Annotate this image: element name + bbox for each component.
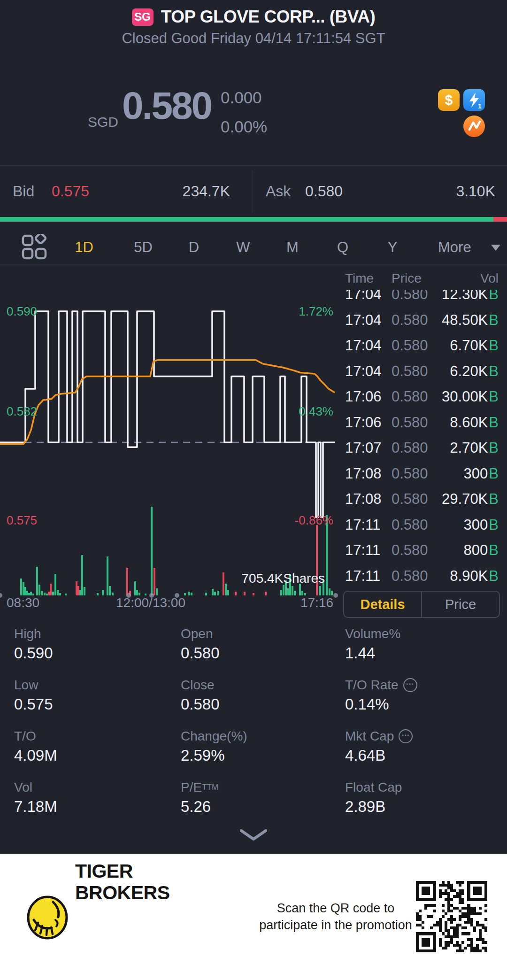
chart-type-icon[interactable] — [21, 234, 47, 260]
volume-bar — [253, 593, 254, 595]
time-sales-list: 17:040.58012.30KB17:040.58048.50KB17:040… — [339, 265, 507, 594]
intraday-chart[interactable]: 0.5901.72%0.5820.43%0.575-0.86%08:3012:0… — [0, 265, 338, 613]
tape-row: 17:060.5808.60KB — [339, 414, 507, 431]
tab-5d[interactable]: 5D — [134, 239, 153, 256]
volume-bar — [46, 594, 48, 595]
axis-marker-dot — [333, 593, 338, 598]
volume-bar — [136, 590, 138, 595]
bid-size: 234.7K — [141, 183, 230, 200]
header: SG TOP GLOVE CORP... (BVA) — [0, 7, 507, 27]
tape-row: 17:110.580300B — [339, 517, 507, 533]
bid-price: 0.575 — [52, 183, 89, 200]
stat-open: Open0.580 — [181, 625, 345, 677]
stat-value: 0.575 — [14, 695, 181, 713]
tab-w[interactable]: W — [236, 239, 250, 256]
trade-side: B — [489, 517, 499, 533]
trade-time: 17:04 — [345, 363, 382, 380]
shares-tooltip: 705.4KShares — [221, 571, 325, 586]
volume-bar — [292, 586, 293, 595]
dollar-badge-icon[interactable]: $ — [438, 89, 460, 111]
stat-label: T/O Rate — [345, 677, 493, 694]
trade-price: 0.580 — [392, 491, 428, 508]
trade-time: 17:08 — [345, 491, 382, 508]
volume-bar — [26, 591, 28, 595]
stat-value: 0.580 — [181, 644, 345, 662]
tab-q[interactable]: Q — [337, 239, 348, 256]
details-button[interactable]: Details — [344, 592, 421, 617]
stat-mkt-cap: Mkt Cap4.64B — [345, 728, 493, 779]
stat-value: 2.59% — [181, 747, 345, 764]
stat-value: 2.89B — [345, 798, 493, 816]
trade-side: B — [489, 542, 499, 559]
stat-value: 4.09M — [14, 747, 181, 764]
trade-price: 0.580 — [392, 312, 428, 329]
y-axis-percent-label: 0.43% — [299, 404, 333, 418]
trade-side: B — [489, 312, 499, 329]
chevron-down-icon[interactable] — [491, 245, 500, 251]
tape-toggle: Details Price — [343, 591, 500, 618]
tab-y[interactable]: Y — [388, 239, 398, 256]
y-axis-percent-label: -0.86% — [295, 513, 333, 527]
volume-bar — [265, 592, 267, 595]
volume-bar — [319, 586, 321, 595]
info-icon[interactable] — [403, 678, 417, 692]
promo-caption-line1: Scan the QR code to — [256, 900, 415, 917]
stat-label: Float Cap — [345, 779, 493, 796]
volume-bar — [20, 579, 22, 595]
volume-bar — [81, 555, 83, 595]
price-change: 0.000 — [221, 88, 262, 107]
y-axis-price-label: 0.575 — [7, 513, 37, 527]
volume-bar — [112, 593, 114, 595]
trade-price: 0.580 — [392, 363, 428, 380]
tab-m[interactable]: M — [286, 239, 299, 256]
price-line — [0, 311, 335, 517]
trade-vol: 6.20KB — [450, 363, 499, 380]
brand-line2: BROKERS — [75, 882, 170, 903]
promo-badge-icon[interactable] — [463, 116, 485, 137]
volume-bar — [301, 591, 303, 595]
info-icon[interactable] — [399, 729, 413, 743]
price-button[interactable]: Price — [422, 592, 499, 617]
trade-side: B — [489, 465, 499, 482]
stat-t-o-rate: T/O Rate0.14% — [345, 677, 493, 728]
flash-order-icon[interactable]: 1 — [463, 89, 485, 111]
volume-bar — [52, 592, 54, 595]
promo-banner: TIGER BROKERS Scan the QR code to partic… — [0, 854, 507, 980]
stat-value: 1.44 — [345, 644, 493, 662]
tab-1d[interactable]: 1D — [75, 239, 93, 256]
trade-price: 0.580 — [392, 440, 428, 456]
market-status: Closed Good Friday 04/14 17:11:54 SGT — [0, 30, 507, 47]
stat-vol: Vol7.18M — [14, 779, 181, 830]
trade-vol: 6.70KB — [450, 337, 499, 354]
trade-vol: 8.90KB — [450, 568, 499, 585]
svg-text:1: 1 — [478, 102, 482, 110]
volume-bar — [107, 556, 108, 595]
tab-d[interactable]: D — [189, 239, 199, 256]
stat-change-: Change(%)2.59% — [181, 728, 345, 779]
stat-value: 0.590 — [14, 644, 181, 662]
volume-bar — [283, 585, 284, 595]
stat-label: Close — [181, 677, 345, 694]
volume-bar — [65, 594, 67, 595]
trade-vol: 8.60KB — [450, 414, 499, 431]
tab-more[interactable]: More — [438, 239, 471, 256]
volume-bar — [30, 592, 32, 595]
volume-bar — [134, 581, 136, 595]
trade-side: B — [489, 414, 499, 431]
currency-label: SGD — [88, 114, 118, 130]
trade-vol: 300B — [464, 517, 499, 533]
promo-caption: Scan the QR code to participate in the p… — [256, 900, 415, 934]
volume-bar — [23, 582, 24, 595]
stat-value: 0.14% — [345, 695, 493, 713]
volume-bar — [59, 593, 61, 595]
trade-side: B — [489, 363, 499, 380]
trade-price: 0.580 — [392, 517, 428, 533]
volume-bar — [191, 593, 192, 595]
stat-low: Low0.575 — [14, 677, 181, 728]
volume-bar — [205, 593, 207, 595]
trade-vol: 800B — [464, 542, 499, 559]
ask-size: 3.10K — [406, 183, 495, 200]
tape-row: 17:110.580800B — [339, 542, 507, 559]
trade-time: 17:11 — [345, 568, 380, 585]
expand-chevron-icon[interactable] — [238, 828, 269, 842]
